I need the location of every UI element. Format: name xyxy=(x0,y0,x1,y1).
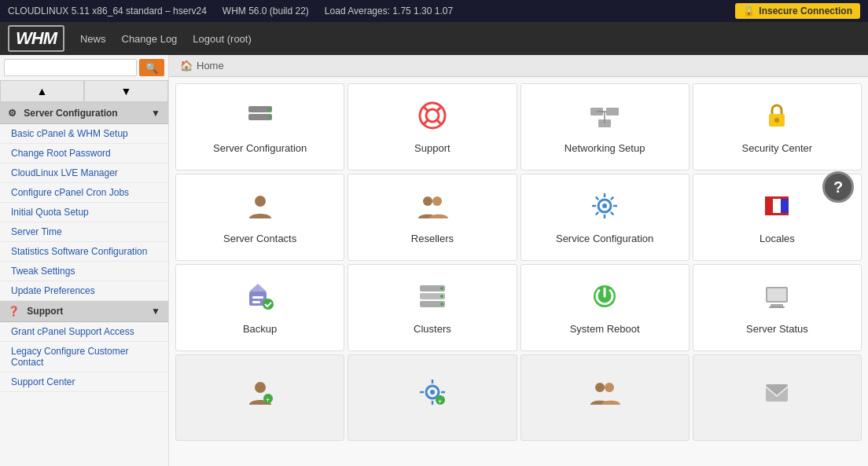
svg-line-9 xyxy=(437,120,441,124)
insecure-label: Insecure Connection xyxy=(759,6,852,17)
card-row4-3[interactable] xyxy=(520,354,690,441)
sidebar-item-basic-cpanel[interactable]: Basic cPanel & WHM Setup xyxy=(0,124,168,144)
sidebar-section-server-config[interactable]: ⚙ Server Configuration ▼ xyxy=(0,103,168,124)
svg-point-51 xyxy=(595,383,605,392)
card-row4-3-icon xyxy=(589,376,620,413)
svg-rect-41 xyxy=(767,288,786,301)
security-center-card-icon xyxy=(761,100,793,136)
card-clusters[interactable]: Clusters xyxy=(348,264,517,351)
card-row4-1-icon: + xyxy=(245,376,276,413)
svg-rect-42 xyxy=(771,304,783,306)
content-area: 🏠 Home Server Configuration Support xyxy=(169,55,868,466)
help-button[interactable]: ? xyxy=(822,171,854,203)
server-config-section-label: Server Configuration xyxy=(24,108,117,119)
svg-point-21 xyxy=(602,204,607,208)
card-service-configuration-label: Service Configuration xyxy=(556,233,653,244)
card-support[interactable]: Support xyxy=(348,83,517,171)
sidebar-item-legacy-configure[interactable]: Legacy Configure Customer Contact xyxy=(0,342,168,372)
card-resellers[interactable]: Resellers xyxy=(348,174,517,261)
svg-rect-25 xyxy=(781,196,789,215)
card-backup-label: Backup xyxy=(243,323,277,335)
sidebar-item-cloudlinux[interactable]: CloudLinux LVE Manager xyxy=(0,163,168,183)
card-row4-2-icon: + xyxy=(417,376,448,413)
svg-point-44 xyxy=(255,382,266,393)
lock-icon: 🔒 xyxy=(743,6,755,17)
support-card-icon xyxy=(417,100,448,136)
support-section-icon: ❓ xyxy=(8,306,20,317)
card-server-contacts[interactable]: Server Contacts xyxy=(175,174,344,261)
breadcrumb-home-label: Home xyxy=(197,60,224,72)
sidebar-section-support[interactable]: ❓ Support ▼ xyxy=(0,301,168,322)
svg-point-3 xyxy=(268,116,271,119)
svg-rect-30 xyxy=(252,296,263,299)
sidebar-item-support-center[interactable]: Support Center xyxy=(0,372,168,392)
svg-point-2 xyxy=(268,108,271,111)
scroll-up-button[interactable]: ▲ xyxy=(0,80,84,102)
card-server-status[interactable]: Server Status xyxy=(693,264,862,351)
insecure-connection-button[interactable]: 🔒 Insecure Connection xyxy=(735,3,860,19)
server-config-section-icon: ⚙ xyxy=(8,108,17,119)
navbar: WHM News Change Log Logout (root) xyxy=(0,22,868,55)
support-items: Grant cPanel Support Access Legacy Confi… xyxy=(0,322,168,392)
resellers-card-icon xyxy=(417,190,448,226)
whm-logo: WHM xyxy=(8,25,64,52)
breadcrumb: 🏠 Home xyxy=(169,55,868,77)
system-reboot-card-icon xyxy=(589,281,620,317)
svg-point-36 xyxy=(440,287,443,290)
sidebar: 🔍 ▲ ▼ ⚙ Server Configuration ▼ Basic cPa… xyxy=(0,55,169,466)
sidebar-item-statistics-software[interactable]: Statistics Software Configuration xyxy=(0,242,168,262)
load-info-text: Load Averages: 1.75 1.30 1.07 xyxy=(325,6,453,17)
svg-point-48 xyxy=(430,390,435,394)
service-configuration-card-icon xyxy=(589,190,620,226)
sidebar-item-server-time[interactable]: Server Time xyxy=(0,222,168,242)
card-networking-setup-label: Networking Setup xyxy=(565,142,645,154)
card-clusters-label: Clusters xyxy=(414,323,451,335)
sidebar-item-grant-support[interactable]: Grant cPanel Support Access xyxy=(0,322,168,342)
sidebar-item-update-preferences[interactable]: Update Preferences xyxy=(0,281,168,301)
locales-card-icon xyxy=(761,190,793,226)
scroll-down-button[interactable]: ▼ xyxy=(84,80,168,102)
support-section-label: Support xyxy=(27,306,63,317)
sidebar-item-initial-quota[interactable]: Initial Quota Setup xyxy=(0,203,168,222)
main-layout: 🔍 ▲ ▼ ⚙ Server Configuration ▼ Basic cPa… xyxy=(0,55,868,466)
svg-line-8 xyxy=(424,120,428,124)
svg-line-6 xyxy=(424,107,428,111)
card-server-contacts-label: Server Contacts xyxy=(223,233,296,244)
server-status-card-icon xyxy=(761,281,793,317)
card-service-configuration[interactable]: Service Configuration xyxy=(520,174,690,261)
svg-point-19 xyxy=(432,196,442,206)
sidebar-item-configure-cron[interactable]: Configure cPanel Cron Jobs xyxy=(0,183,168,203)
nav-changelog-link[interactable]: Change Log xyxy=(122,33,178,45)
svg-point-18 xyxy=(423,196,432,206)
svg-line-7 xyxy=(437,107,441,111)
search-button[interactable]: 🔍 xyxy=(139,59,164,76)
nav-news-link[interactable]: News xyxy=(80,33,106,45)
nav-logout-link[interactable]: Logout (root) xyxy=(193,33,251,45)
search-input[interactable] xyxy=(4,59,137,76)
svg-rect-26 xyxy=(765,196,789,199)
card-row4-1[interactable]: + xyxy=(175,354,344,441)
svg-text:+: + xyxy=(266,396,270,404)
svg-point-5 xyxy=(426,109,439,122)
sidebar-item-tweak-settings[interactable]: Tweak Settings xyxy=(0,262,168,281)
svg-point-16 xyxy=(774,118,779,123)
card-backup[interactable]: Backup xyxy=(175,264,344,351)
svg-point-38 xyxy=(440,303,443,306)
card-row4-4[interactable] xyxy=(693,354,862,441)
svg-rect-43 xyxy=(769,306,785,308)
whm-info-text: WHM 56.0 (build 22) xyxy=(223,6,309,17)
card-system-reboot[interactable]: System Reboot xyxy=(520,264,690,351)
card-security-center[interactable]: Security Center xyxy=(693,83,862,171)
sidebar-scroll-row: ▲ ▼ xyxy=(0,80,168,103)
help-icon: ? xyxy=(833,178,843,196)
svg-point-32 xyxy=(263,299,274,310)
card-networking-setup[interactable]: Networking Setup xyxy=(520,83,690,171)
sidebar-item-change-root[interactable]: Change Root Password xyxy=(0,144,168,163)
card-resellers-label: Resellers xyxy=(411,233,454,244)
svg-marker-29 xyxy=(249,284,267,292)
svg-point-17 xyxy=(255,196,266,207)
card-row4-2[interactable]: + xyxy=(348,354,517,441)
card-server-configuration[interactable]: Server Configuration xyxy=(175,83,344,171)
home-icon: 🏠 xyxy=(180,60,193,72)
server-config-chevron-icon: ▼ xyxy=(151,108,160,119)
